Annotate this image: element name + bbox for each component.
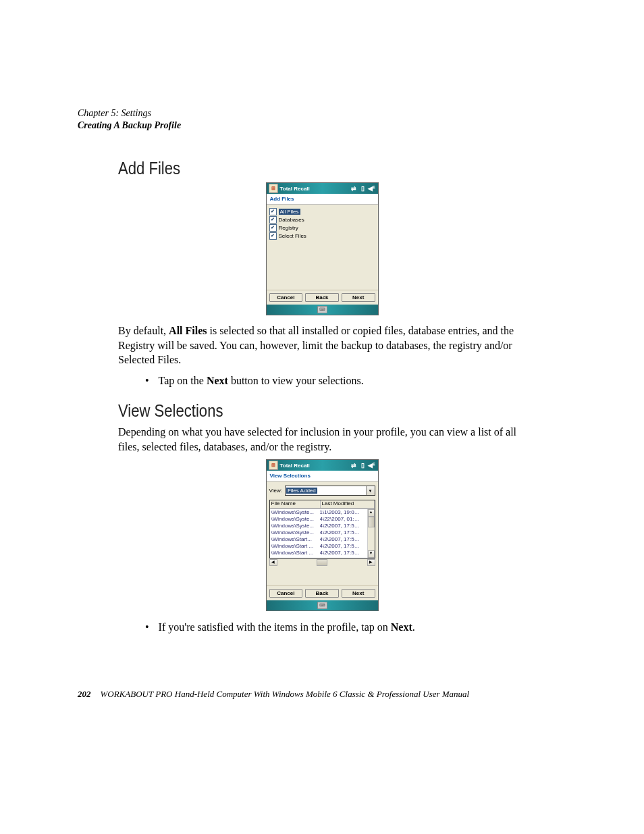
vertical-scrollbar[interactable]: ▲ ▼ [367,509,375,558]
start-icon[interactable]: ⊞ [269,461,278,470]
next-button[interactable]: Next [342,293,375,302]
page-number: 202 [78,689,91,700]
checklist-area: All Files Databases Registry Select File… [267,205,378,290]
col-filename[interactable]: File Name [270,500,321,509]
view-dropdown[interactable]: Files Added [285,486,375,496]
body-para-2: Depending on what you have selected for … [118,425,537,454]
check-label: Databases [279,217,304,223]
scroll-right-icon[interactable]: ▶ [367,559,375,566]
chevron-down-icon[interactable] [366,486,375,495]
horizontal-scrollbar[interactable]: ◀ ▶ [269,558,375,566]
window-subtitle: Add Files [267,194,378,205]
heading-view-selections: View Selections [118,400,531,421]
table-row[interactable]: \Windows\Start ...4\2\2007, 17:5… [270,543,367,550]
window-title: Total Recall [280,463,310,469]
check-row-all-files[interactable]: All Files [269,208,375,215]
volume-icon[interactable]: ◀ᴱ [368,462,375,469]
next-button[interactable]: Next [342,589,375,598]
sync-icon[interactable]: ⇄ [350,185,358,192]
signal-icon[interactable]: ▯ [359,462,367,469]
checkbox-icon[interactable] [269,216,277,224]
figure-view-selections: ⊞ Total Recall ⇄ ▯ ◀ᴱ View Selections Vi… [78,459,566,611]
start-icon[interactable]: ⊞ [269,184,278,193]
checkbox-icon[interactable] [269,232,277,240]
view-label: View: [269,488,282,494]
bottombar: ⌨ [267,305,378,315]
check-label: Registry [279,225,298,231]
scroll-left-icon[interactable]: ◀ [269,559,277,566]
window-subtitle: View Selections [267,471,378,481]
window-title: Total Recall [280,186,310,192]
scroll-thumb[interactable] [368,517,375,527]
back-button[interactable]: Back [305,589,339,598]
footer-text: WORKABOUT PRO Hand-Held Computer With Wi… [101,689,470,700]
dropdown-value: Files Added [286,488,317,494]
checkbox-icon[interactable] [269,208,277,215]
table-row[interactable]: \Windows\Start...4\2\2007, 17:5… [270,536,367,543]
table-row[interactable]: \Windows\Syste...4\22\2007, 01:… [270,516,367,523]
titlebar: ⊞ Total Recall ⇄ ▯ ◀ᴱ [267,183,378,194]
chapter-header: Chapter 5: Settings [78,108,566,119]
files-table[interactable]: File Name Last Modified \Windows\Syste..… [269,500,375,558]
sync-icon[interactable]: ⇄ [350,462,358,469]
table-row[interactable]: \Windows\Syste...4\2\2007, 17:5… [270,529,367,536]
col-lastmodified[interactable]: Last Modified [321,500,375,509]
back-button[interactable]: Back [305,293,339,302]
keyboard-icon[interactable]: ⌨ [317,306,327,313]
bullet-next-1: Tap on the Next button to view your sele… [145,373,566,388]
page-footer: 202 WORKABOUT PRO Hand-Held Computer Wit… [78,689,566,700]
volume-icon[interactable]: ◀ᴱ [368,185,375,192]
titlebar: ⊞ Total Recall ⇄ ▯ ◀ᴱ [267,460,378,471]
keyboard-icon[interactable]: ⌨ [317,602,327,609]
body-para-1: By default, All Files is selected so tha… [118,323,537,367]
scroll-down-icon[interactable]: ▼ [368,550,375,558]
check-row-select-files[interactable]: Select Files [269,232,375,240]
cancel-button[interactable]: Cancel [269,589,303,598]
checkbox-icon[interactable] [269,224,277,232]
table-row[interactable]: \Windows\Syste...4\2\2007, 17:5… [270,523,367,529]
cancel-button[interactable]: Cancel [269,293,303,302]
table-row[interactable]: \Windows\Syste...1\1\2003, 19:0… [270,509,367,516]
heading-add-files: Add Files [118,158,531,179]
section-header: Creating A Backup Profile [78,120,566,131]
bottombar: ⌨ [267,600,378,610]
check-label: Select Files [279,233,306,239]
view-content: View: Files Added File Name Last Modifie… [267,481,378,585]
check-row-registry[interactable]: Registry [269,224,375,232]
signal-icon[interactable]: ▯ [359,185,367,192]
scroll-up-icon[interactable]: ▲ [368,509,375,517]
table-row[interactable]: \Windows\Start ...4\2\2007, 17:5… [270,550,367,556]
check-label: All Files [279,209,300,215]
figure-add-files: ⊞ Total Recall ⇄ ▯ ◀ᴱ Add Files All File… [78,182,566,315]
scroll-thumb[interactable] [317,559,327,566]
check-row-databases[interactable]: Databases [269,216,375,224]
bullet-next-2: If you're satisfied with the items in th… [145,619,566,635]
